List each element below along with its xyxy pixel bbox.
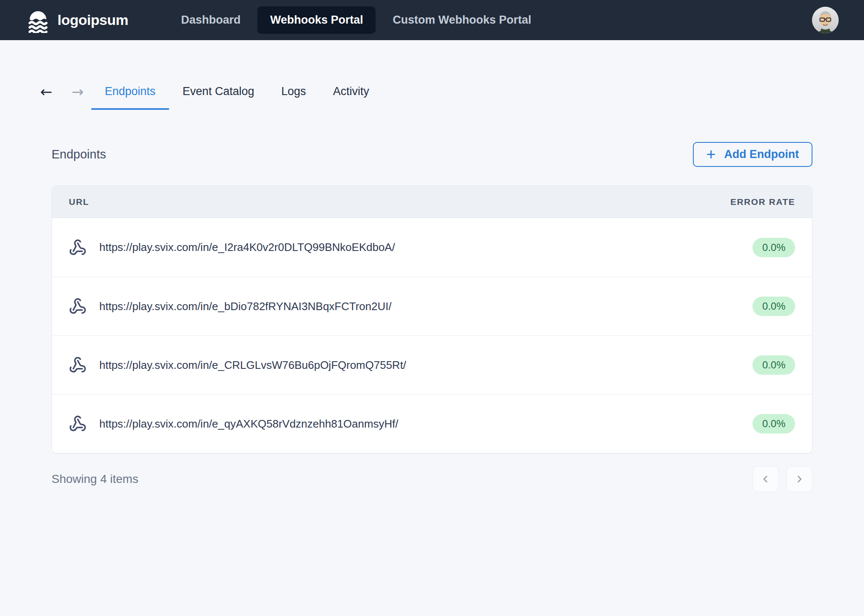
next-page-button[interactable]	[786, 466, 812, 492]
tab-logs[interactable]: Logs	[268, 85, 320, 110]
endpoints-table: URL Error Rate https://play.svix.com/in/…	[52, 185, 812, 453]
error-rate-badge: 0.0%	[752, 238, 795, 257]
webhook-icon	[69, 415, 87, 433]
nav-item-webhooks-portal[interactable]: Webhooks Portal	[257, 6, 376, 34]
prev-page-button[interactable]	[752, 466, 779, 492]
brand-name: logoipsum	[57, 12, 128, 28]
tab-event-catalog[interactable]: Event Catalog	[169, 85, 268, 110]
add-endpoint-label: Add Endpoint	[724, 148, 799, 161]
table-row[interactable]: https://play.svix.com/in/e_CRLGLvsW76Bu6…	[52, 335, 812, 394]
table-header-row: URL Error Rate	[52, 186, 812, 218]
error-rate-badge: 0.0%	[752, 414, 795, 433]
error-rate-badge: 0.0%	[752, 297, 795, 316]
tab-endpoints[interactable]: Endpoints	[91, 85, 169, 110]
endpoint-url: https://play.svix.com/in/e_I2ra4K0v2r0DL…	[99, 241, 395, 254]
webhook-icon	[69, 356, 87, 374]
user-avatar[interactable]	[812, 7, 839, 33]
webhook-icon	[69, 239, 87, 256]
tab-activity[interactable]: Activity	[319, 85, 383, 110]
main-content: Endpoints + Add Endpoint URL Error Rate …	[0, 142, 864, 492]
endpoint-url: https://play.svix.com/in/e_CRLGLvsW76Bu6…	[99, 359, 406, 372]
items-summary: Showing 4 items	[52, 472, 138, 486]
pagination	[752, 466, 812, 492]
table-row[interactable]: https://play.svix.com/in/e_I2ra4K0v2r0DL…	[52, 218, 812, 277]
endpoint-url: https://play.svix.com/in/e_qyAXKQ58rVdzn…	[99, 417, 398, 431]
webhook-icon	[69, 297, 87, 315]
brand-logo[interactable]: logoipsum	[25, 8, 128, 33]
page-title: Endpoints	[52, 147, 106, 161]
list-footer: Showing 4 items	[52, 466, 812, 492]
endpoint-url: https://play.svix.com/in/e_bDio782fRYNAI…	[99, 300, 392, 313]
avatar-image	[812, 7, 839, 33]
column-header-error-rate: Error Rate	[730, 197, 795, 207]
portal-tabbar: ← → Endpoints Event Catalog Logs Activit…	[0, 84, 864, 110]
section-header: Endpoints + Add Endpoint	[52, 142, 812, 167]
main-nav: Dashboard Webhooks Portal Custom Webhook…	[168, 6, 544, 34]
nav-item-dashboard[interactable]: Dashboard	[168, 6, 253, 34]
error-rate-badge: 0.0%	[752, 355, 795, 375]
chevron-right-icon	[794, 474, 805, 485]
chevron-left-icon	[760, 474, 771, 485]
nav-item-custom-webhooks-portal[interactable]: Custom Webhooks Portal	[380, 6, 544, 34]
add-endpoint-button[interactable]: + Add Endpoint	[693, 142, 812, 167]
table-row[interactable]: https://play.svix.com/in/e_qyAXKQ58rVdzn…	[52, 394, 812, 453]
forward-arrow-icon[interactable]: →	[72, 84, 84, 110]
back-arrow-icon[interactable]: ←	[40, 84, 52, 110]
column-header-url: URL	[69, 197, 89, 207]
table-row[interactable]: https://play.svix.com/in/e_bDio782fRYNAI…	[52, 277, 812, 335]
logo-icon	[25, 8, 51, 33]
top-navbar: logoipsum Dashboard Webhooks Portal Cust…	[0, 0, 864, 40]
